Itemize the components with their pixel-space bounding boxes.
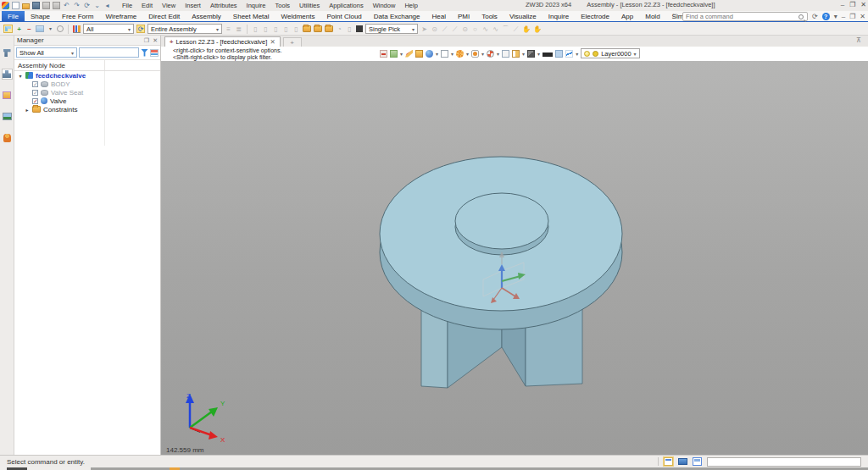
customize-caret-icon[interactable]: ⌄ [93, 2, 101, 9]
export-icon[interactable] [53, 2, 60, 9]
ribbon-tab-tools[interactable]: Tools [476, 11, 504, 21]
display-filter-combo[interactable]: All ▾ [83, 24, 134, 34]
ribbon-restore-icon[interactable]: ❐ [849, 13, 855, 20]
insert-caret-icon[interactable]: ▾ [47, 25, 54, 33]
ribbon-tab-wireframe[interactable]: Wireframe [99, 11, 142, 21]
ribbon-tab-direct-edit[interactable]: Direct Edit [142, 11, 186, 21]
help-caret-icon[interactable]: ▾ [834, 13, 837, 20]
monitor-icon[interactable] [678, 458, 687, 465]
compass-icon[interactable] [487, 50, 494, 58]
ribbon-tab-app[interactable]: App [615, 11, 639, 21]
pick-cursor-icon[interactable]: ➤ [420, 25, 428, 33]
background-icon[interactable] [542, 53, 553, 57]
assembly-manager-icon[interactable] [2, 69, 13, 80]
manager-close-icon[interactable]: ✕ [153, 37, 158, 44]
menu-attributes[interactable]: Attributes [206, 1, 242, 10]
menu-utilities[interactable]: Utilities [295, 1, 324, 10]
ribbon-tab-inquire[interactable]: Inquire [542, 11, 575, 21]
shaded-display-icon[interactable] [426, 50, 433, 58]
viewport[interactable]: Z Y X 142.559 mm [161, 61, 868, 455]
history-clock-icon[interactable]: ◔ [336, 25, 343, 33]
filter-shape-icon[interactable]: ✋ [533, 25, 542, 33]
ribbon-tab-heal[interactable]: Heal [426, 11, 452, 21]
curvature-icon[interactable] [565, 50, 573, 58]
caret-icon[interactable]: ▾ [466, 51, 469, 57]
help-icon[interactable]: ? [822, 13, 830, 20]
pick-color-icon[interactable] [356, 25, 363, 32]
visibility-checkbox[interactable]: ✓ [32, 98, 38, 104]
caret-icon[interactable]: ▾ [537, 51, 540, 57]
valve-model[interactable] [161, 61, 868, 455]
window-minimize-icon[interactable]: – [841, 0, 844, 10]
history-manager-icon[interactable] [2, 47, 13, 58]
new-tab-button[interactable]: + [283, 37, 302, 47]
folder-3-icon[interactable] [325, 25, 333, 32]
tree-item-valve[interactable]: ✓ Valve [14, 97, 160, 105]
print-icon[interactable] [42, 2, 50, 9]
undo-icon[interactable]: ↶ [63, 2, 70, 9]
caret-icon[interactable]: ▾ [497, 51, 499, 57]
window-restore-icon[interactable]: ❐ [849, 0, 855, 10]
display-filter-icon[interactable] [73, 25, 81, 33]
gear-view-icon[interactable] [456, 50, 464, 58]
reference-scope-icon[interactable]: ⟳ [136, 25, 145, 33]
constraint-2-icon[interactable]: ▯ [262, 25, 270, 33]
filter-face-icon[interactable]: ✋ [522, 25, 531, 33]
tree-item-label[interactable]: Valve [50, 97, 66, 105]
menu-insert[interactable]: Insert [181, 1, 205, 10]
filter-circle-icon[interactable]: ⊙ [461, 25, 469, 33]
ribbon-tab-sheet-metal[interactable]: Sheet Metal [227, 11, 275, 21]
filter-list-icon[interactable] [150, 49, 159, 57]
ribbon-tab-point-cloud[interactable]: Point Cloud [320, 11, 367, 21]
filter-curve-2-icon[interactable]: ∿ [492, 25, 499, 33]
solid-box-icon[interactable] [415, 50, 423, 58]
redo-icon[interactable]: ↷ [73, 2, 81, 9]
open-file-icon[interactable] [22, 3, 30, 9]
caret-icon[interactable]: ▾ [400, 51, 403, 57]
ribbon-tab-data-exchange[interactable]: Data Exchange [368, 11, 426, 21]
ribbon-tab-mold[interactable]: Mold [639, 11, 665, 21]
tree-item-label[interactable]: Constraints [43, 106, 77, 113]
insert-image-icon[interactable] [36, 25, 44, 32]
menu-view[interactable]: View [158, 1, 180, 10]
scope-combo[interactable]: Entire Assembly ▾ [147, 24, 222, 34]
align-2-icon[interactable]: ≣ [235, 25, 242, 33]
search-icon[interactable] [798, 14, 804, 19]
filter-curve-icon[interactable]: ∿ [481, 25, 489, 33]
clipboard-icon[interactable]: ▯ [346, 25, 353, 33]
constraint-4-icon[interactable]: ▯ [282, 25, 290, 33]
save-icon[interactable] [32, 2, 40, 9]
manager-restore-icon[interactable]: ❐ [144, 37, 149, 44]
ribbon-tab-assembly[interactable]: Assembly [186, 11, 227, 21]
filter-circle-2-icon[interactable]: ○ [471, 25, 479, 33]
section-view-icon[interactable] [512, 50, 520, 58]
caret-icon[interactable]: ▾ [522, 51, 525, 57]
ribbon-tab-visualize[interactable]: Visualize [504, 11, 542, 21]
menu-help[interactable]: Help [400, 1, 421, 10]
viewport-style-icon[interactable] [555, 50, 563, 58]
sync-icon[interactable]: ⟳ [812, 13, 818, 20]
tree-item-root[interactable]: ▾ feedcheckvalve [14, 71, 160, 80]
menu-file[interactable]: File [118, 1, 136, 10]
ribbon-minimize-icon[interactable]: – [842, 13, 845, 20]
pick-mode-combo[interactable]: Single Pick ▾ [365, 24, 418, 34]
menu-tools[interactable]: Tools [271, 1, 295, 10]
tree-item-label[interactable]: Valve Seat [51, 89, 83, 97]
constraint-3-icon[interactable]: ▯ [272, 25, 280, 33]
filter-line-2-icon[interactable]: ⟋ [451, 25, 459, 33]
filter-icon[interactable] [141, 49, 148, 57]
filter-point-icon[interactable]: ⊙ [431, 25, 438, 33]
caret-icon[interactable]: ▾ [481, 51, 484, 57]
render-manager-icon[interactable] [2, 111, 13, 122]
new-file-icon[interactable] [12, 2, 19, 9]
tree-expand-icon[interactable]: ▾ [18, 73, 23, 79]
layer-combo[interactable]: Layer0000 ▾ [581, 48, 639, 58]
menu-inquire[interactable]: Inquire [242, 1, 270, 10]
shadow-icon[interactable] [527, 50, 535, 58]
visual-manager-icon[interactable] [2, 90, 13, 101]
constraint-5-icon[interactable]: ▯ [292, 25, 300, 33]
tree-item-constraints[interactable]: ▸ Constraints [14, 105, 160, 113]
tree-item-body[interactable]: ✓ BODY [14, 80, 160, 88]
sketch-icon[interactable] [405, 50, 413, 58]
pan-icon[interactable] [390, 50, 398, 58]
